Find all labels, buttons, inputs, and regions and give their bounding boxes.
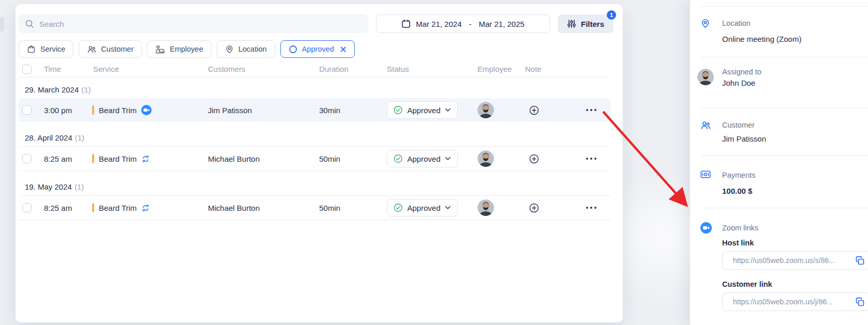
host-link-url: https://us05web.zoom.us/s/86... [733, 256, 851, 265]
date-range-picker[interactable]: Mar 21, 2024 - Mar 21, 2025 [376, 14, 550, 33]
zoom-camera-icon [141, 105, 152, 115]
service-color-bar [92, 154, 94, 163]
filters-label: Filters [581, 20, 604, 28]
remove-filter-icon[interactable] [340, 46, 347, 53]
appointments-screen: Mar 21, 2024 - Mar 21, 2025 Filters 1 [0, 0, 868, 325]
col-note: Note [525, 65, 571, 73]
date-group-header: 29. March 2024(1) [25, 85, 613, 96]
chip-customer[interactable]: Customer [79, 40, 142, 58]
employee-avatar [477, 102, 494, 118]
copy-host-link-button[interactable] [855, 256, 865, 266]
status-circle-icon [289, 45, 297, 54]
search-box[interactable] [19, 14, 368, 33]
people-icon [87, 45, 96, 54]
assigned-label: Assigned to [722, 67, 761, 77]
copy-customer-link-button[interactable] [855, 297, 865, 307]
chip-employee-label: Employee [170, 45, 203, 53]
group-date: 28. April 2024 [25, 133, 72, 142]
assigned-value: John Doe [722, 79, 761, 87]
approved-check-icon [394, 154, 402, 163]
customer-link-field[interactable]: https://us05web.zoom.us/j/86... [722, 292, 868, 311]
payments-section: Payments 100.00 $ [700, 156, 864, 208]
people-icon [700, 120, 716, 130]
host-link-field[interactable]: https://us05web.zoom.us/s/86... [722, 251, 868, 270]
service-bag-icon [27, 45, 36, 54]
table-row[interactable]: 3:00 pm Beard Trim Jim Patisson 30min Ap… [19, 98, 611, 122]
group-date: 19. May 2024 [25, 182, 72, 191]
row-actions-button[interactable] [571, 157, 611, 160]
customer-section: Customer Jim Patisson [700, 109, 864, 155]
row-customer: Jim Patisson [208, 106, 319, 115]
select-all-checkbox[interactable] [22, 65, 32, 74]
zoom-links-section: Zoom links Host link https://us05web.zoo… [700, 208, 864, 316]
status-dropdown[interactable]: Approved [387, 101, 458, 119]
row-actions-button[interactable] [571, 109, 611, 112]
edge-decoration [0, 17, 4, 32]
assigned-avatar [697, 69, 714, 85]
location-section: Location Online meeting (Zoom) [700, 7, 864, 57]
table-row[interactable]: 8:25 am Beard Trim Michael Burton 50min … [19, 195, 611, 220]
approved-check-icon [394, 203, 402, 212]
row-duration: 50min [319, 204, 387, 212]
copy-icon [855, 256, 865, 266]
customer-link-url: https://us05web.zoom.us/j/86... [733, 298, 851, 306]
group-count: (1) [75, 133, 84, 142]
chip-employee[interactable]: Employee [147, 40, 211, 58]
row-time: 3:00 pm [40, 106, 92, 115]
chevron-down-icon [445, 108, 451, 112]
row-checkbox[interactable] [22, 154, 32, 163]
ellipsis-icon [586, 157, 597, 160]
col-service: Service [92, 65, 208, 73]
location-value: Online meeting (Zoom) [722, 35, 864, 43]
row-checkbox[interactable] [22, 203, 32, 212]
plus-circle-icon [529, 154, 539, 164]
add-note-button[interactable] [529, 154, 539, 164]
chip-approved-active[interactable]: Approved [280, 40, 355, 58]
recurring-icon [141, 154, 150, 163]
row-actions-button[interactable] [571, 206, 611, 209]
service-color-bar [92, 203, 94, 212]
table-header: Time Service Customers Duration Status E… [19, 62, 611, 78]
chip-location[interactable]: Location [217, 40, 275, 58]
group-date: 29. March 2024 [25, 85, 79, 94]
date-range-end: Mar 21, 2025 [478, 20, 524, 28]
plus-circle-icon [529, 203, 539, 213]
status-value: Approved [407, 154, 440, 163]
date-range-start: Mar 21, 2024 [416, 20, 461, 28]
filters-button[interactable]: Filters 1 [558, 14, 613, 33]
filter-chips: Service Customer Employee Location [19, 40, 613, 58]
chip-location-label: Location [238, 45, 267, 53]
row-duration: 50min [319, 154, 387, 163]
add-note-button[interactable] [529, 105, 539, 115]
chevron-down-icon [445, 206, 451, 210]
chip-service[interactable]: Service [19, 40, 73, 58]
table-row[interactable]: 8:25 am Beard Trim Michael Burton 50min … [19, 146, 611, 171]
ellipsis-icon [586, 206, 597, 209]
status-dropdown[interactable]: Approved [387, 199, 458, 216]
plus-circle-icon [529, 105, 539, 115]
calendar-icon [401, 19, 411, 28]
add-note-button[interactable] [529, 203, 539, 213]
sliders-icon [567, 19, 576, 28]
status-value: Approved [407, 106, 440, 115]
customer-link-label: Customer link [722, 280, 864, 288]
row-time: 8:25 am [40, 154, 92, 163]
employee-desk-icon [155, 45, 165, 54]
col-status: Status [387, 65, 477, 73]
ellipsis-icon [586, 109, 597, 112]
status-dropdown[interactable]: Approved [387, 150, 458, 167]
date-group-header: 19. May 2024(1) [25, 182, 613, 193]
payments-amount: 100.00 $ [722, 187, 864, 195]
service-name: Beard Trim [99, 106, 137, 115]
approved-check-icon [394, 105, 402, 115]
appointment-detail-panel: Location Online meeting (Zoom) Assigned … [690, 0, 868, 325]
search-icon [25, 19, 34, 28]
employee-avatar [477, 150, 494, 167]
col-customers: Customers [208, 65, 319, 73]
search-input[interactable] [39, 20, 362, 28]
zoom-links-label: Zoom links [722, 222, 758, 233]
copy-icon [855, 297, 865, 307]
row-customer: Michael Burton [208, 154, 319, 163]
row-checkbox[interactable] [22, 105, 32, 115]
assigned-section: Assigned to John Doe [697, 57, 864, 108]
